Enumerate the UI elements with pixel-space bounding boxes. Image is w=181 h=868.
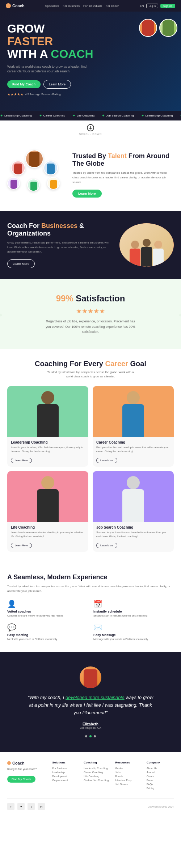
footer-solutions-item-2[interactable]: Leadership xyxy=(52,771,79,774)
trust-avatar-1 xyxy=(25,150,43,168)
coaching-section-title: Coaching For Every Career Goal xyxy=(7,360,174,368)
satisfaction-heading: 99% Satisfaction xyxy=(7,293,174,304)
footer-resources-item-1[interactable]: Guides xyxy=(115,767,142,770)
ticker: ✦ Leadership Coaching ✦ Career Coaching … xyxy=(0,111,181,120)
card-title-life: Life Coaching xyxy=(11,525,85,529)
card-btn-jobsearch[interactable]: Learn More xyxy=(96,543,117,548)
learn-more-button[interactable]: Learn More xyxy=(43,80,71,89)
modern-content: A Seamless, Modern Experience Trusted by… xyxy=(7,573,174,641)
card-desc-leadership: Invest in your founders, VPs, first-line… xyxy=(11,446,85,453)
feature-schedule-title: Instantly schedule xyxy=(93,610,174,613)
trusted-content: Trusted By Talent From Around The Globe … xyxy=(72,152,174,198)
footer-company-item-5[interactable]: FAQs xyxy=(147,783,174,786)
meeting-icon: 💬 xyxy=(7,623,88,632)
nav-logo[interactable]: Coach xyxy=(6,3,25,8)
card-title-leadership: Leadership Coaching xyxy=(11,440,85,444)
footer-company-item-1[interactable]: About Us xyxy=(147,767,174,770)
ticker-dot-5: ✦ xyxy=(141,114,144,118)
trusted-heading-highlight: Talent xyxy=(108,152,127,160)
footer-solutions-list: For Business Leadership Development Outp… xyxy=(52,767,79,782)
feature-vetted: 👤 Vetted coaches Coaches who are known f… xyxy=(7,600,88,618)
footer-company-heading: Company xyxy=(147,761,174,764)
footer-coaching-item-3[interactable]: Life Coaching xyxy=(84,775,111,778)
feature-message-desc: Message with your coach in Platform seam… xyxy=(93,638,174,641)
card-body-jobsearch: Job Search Coaching Succeed in your tran… xyxy=(93,522,174,552)
satisfaction-percent: 99% xyxy=(56,293,73,303)
hero-title-line1: GROW xyxy=(7,22,45,35)
footer-resources-item-3[interactable]: Boards xyxy=(115,775,142,778)
footer-social: f ✦ t in xyxy=(7,803,45,810)
nav-for-individuals[interactable]: For Individuals xyxy=(83,4,102,8)
footer-cta-button[interactable]: Find My Coach xyxy=(7,776,35,783)
card-desc-life: Learn how to remove obstacles standing i… xyxy=(11,531,85,538)
hero-title-line3: WITH A xyxy=(7,47,47,60)
feature-message: ✉️ Easy Message Message with your coach … xyxy=(93,623,174,641)
logo-icon xyxy=(6,3,11,8)
businesses-heading-rest: Organizations xyxy=(7,230,51,237)
trust-avatar-5 xyxy=(27,179,40,191)
testimonial-dot-2[interactable] xyxy=(89,735,92,737)
rating-text: 4.9 Average Session Rating xyxy=(25,93,61,96)
footer-coaching-item-1[interactable]: Leadership Coaching xyxy=(84,767,111,770)
footer-company-item-4[interactable]: Press xyxy=(147,779,174,782)
feature-message-title: Easy Message xyxy=(93,633,174,637)
businesses-image xyxy=(119,223,174,267)
businesses-section: Coach For Businesses & Organizations Gro… xyxy=(0,211,181,279)
trust-avatar-4 xyxy=(7,177,20,190)
footer-brand-description: Ready to find your coach? xyxy=(7,767,48,771)
feature-schedule-desc: Sessions start in minutes with the best … xyxy=(93,614,174,618)
businesses-heading: Coach For Businesses & Organizations xyxy=(7,222,114,238)
footer-coaching-item-4[interactable]: Custom Job Coaching xyxy=(84,779,111,782)
footer-company-list: About Us Journal Coach Press FAQs Pricin… xyxy=(147,767,174,789)
coaching-section-subtitle: Trusted by talent from top companies acr… xyxy=(43,370,138,379)
vetted-icon: 👤 xyxy=(7,600,88,608)
linkedin-icon[interactable]: in xyxy=(38,803,45,810)
footer-resources-item-2[interactable]: Jobs xyxy=(115,771,142,774)
trusted-learn-more-button[interactable]: Learn More xyxy=(72,190,102,198)
card-btn-career[interactable]: Learn More xyxy=(96,458,117,463)
footer-company-item-6[interactable]: Pricing xyxy=(147,787,174,789)
twitter-icon[interactable]: t xyxy=(28,803,35,810)
chevron-down-icon xyxy=(89,126,92,130)
card-btn-leadership[interactable]: Learn More xyxy=(11,458,32,463)
scroll-down[interactable]: SCROLL DOWN xyxy=(0,120,181,139)
businesses-description: Grow your leaders, retain star performer… xyxy=(7,241,114,254)
footer-coaching-item-2[interactable]: Career Coaching xyxy=(84,771,111,774)
testimonial-dots xyxy=(7,735,174,737)
footer-company-item-3[interactable]: Coach xyxy=(147,775,174,778)
card-btn-life[interactable]: Learn More xyxy=(11,543,32,548)
ticker-item-4: ✦ Job Search Coaching xyxy=(102,114,134,118)
coaching-title-plain: Coaching For Every xyxy=(35,360,105,368)
footer-brand-name: Coach xyxy=(7,761,48,765)
ticker-item-3: ✦ Life Coaching xyxy=(72,114,94,118)
trusted-avatars xyxy=(7,150,65,200)
instagram-icon[interactable]: ✦ xyxy=(17,803,25,810)
modern-section: A Seamless, Modern Experience Trusted by… xyxy=(0,563,181,652)
signup-button[interactable]: Sign Up xyxy=(160,4,175,8)
testimonial-dot-1[interactable] xyxy=(85,735,87,737)
scroll-down-icon xyxy=(87,124,94,131)
nav-for-business[interactable]: For Business xyxy=(63,4,80,8)
ticker-dot-4: ✦ xyxy=(102,114,105,118)
businesses-learn-more-button[interactable]: Learn More xyxy=(7,259,35,268)
footer: Coach Ready to find your coach? Find My … xyxy=(0,752,181,816)
find-coach-button[interactable]: Find My Coach xyxy=(7,80,41,88)
satisfaction-section: } { 99% Satisfaction ★★★★★ Regardless of… xyxy=(0,279,181,349)
testimonial-dot-3[interactable] xyxy=(94,735,96,737)
hero-subtitle: Work with a world-class coach to grow as… xyxy=(7,64,87,74)
footer-company-item-2[interactable]: Journal xyxy=(147,771,174,774)
footer-solutions-item-1[interactable]: For Business xyxy=(52,767,79,770)
footer-solutions-item-3[interactable]: Development xyxy=(52,775,79,778)
footer-resources-heading: Resources xyxy=(115,761,142,764)
footer-resources-item-5[interactable]: Job Search xyxy=(115,783,142,786)
nav-lang[interactable]: EN xyxy=(140,4,144,8)
facebook-icon[interactable]: f xyxy=(7,803,14,810)
footer-solutions-item-4[interactable]: Outplacement xyxy=(52,779,79,782)
testimonial-location: Los Angeles, CA xyxy=(7,726,174,729)
trust-avatar-3 xyxy=(43,161,58,175)
ticker-item-5: ✦ Leadership Coaching xyxy=(141,114,173,118)
footer-resources-item-4[interactable]: Interview Prep xyxy=(115,779,142,782)
nav-specialties[interactable]: Specialties xyxy=(45,4,59,8)
login-button[interactable]: Log In xyxy=(146,4,158,8)
nav-for-coach[interactable]: For Coach xyxy=(106,4,119,8)
